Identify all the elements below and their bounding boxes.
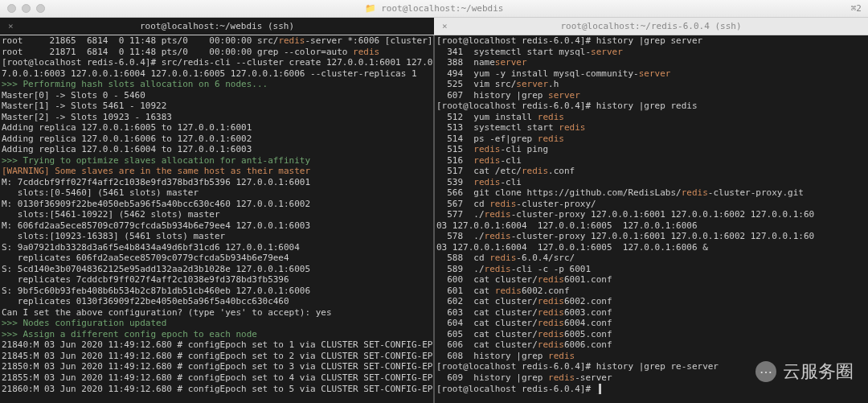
folder-icon: 📁 (365, 3, 376, 14)
terminal-right[interactable]: [root@localhost redis-6.0.4]# history |g… (435, 35, 868, 403)
tab-left[interactable]: × root@localhost:~/webdis (ssh) (0, 18, 434, 35)
tab-label: root@localhost:~/webdis (ssh) (140, 21, 294, 31)
window-shortcut: ⌘2 (851, 3, 862, 14)
window-titlebar: 📁 root@localhost:~/webdis ⌘2 (0, 0, 868, 18)
watermark: ⋯ 云服务圈 (755, 360, 854, 384)
tab-right[interactable]: × root@localhost:~/redis-6.0.4 (ssh) (434, 18, 868, 35)
minimize-icon[interactable] (22, 4, 31, 13)
traffic-lights (0, 4, 45, 13)
close-icon[interactable]: × (8, 21, 14, 31)
close-icon[interactable] (7, 4, 16, 13)
watermark-text: 云服务圈 (783, 360, 854, 384)
tab-label: root@localhost:~/redis-6.0.4 (ssh) (560, 21, 741, 31)
close-icon[interactable]: × (442, 21, 448, 31)
split-panes: root 21865 6814 0 11:48 pts/0 00:00:00 s… (0, 35, 868, 403)
zoom-icon[interactable] (36, 4, 45, 13)
tab-bar: × root@localhost:~/webdis (ssh) × root@l… (0, 18, 868, 35)
terminal-left[interactable]: root 21865 6814 0 11:48 pts/0 00:00:00 s… (0, 35, 435, 403)
window-title: 📁 root@localhost:~/webdis (365, 3, 504, 14)
wechat-icon: ⋯ (755, 361, 776, 382)
